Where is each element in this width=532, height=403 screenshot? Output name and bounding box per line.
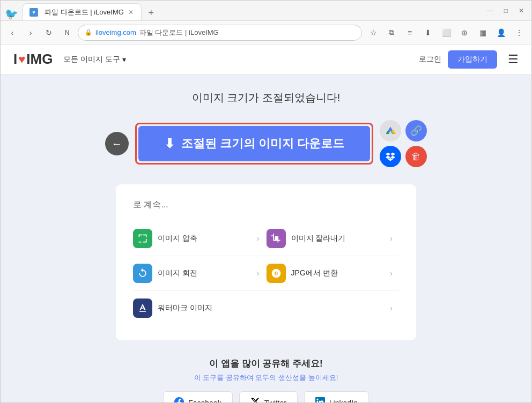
tool-item-convert[interactable]: JPG에서 변환 xyxy=(267,256,390,290)
rotate-tool-label: 이미지 회전 xyxy=(158,268,197,278)
tools-grid: 이미지 압축 › 이미지 잘라내기 › xyxy=(133,221,399,325)
facebook-share-label: Facebook xyxy=(188,399,221,402)
tool-item-rotate[interactable]: 이미지 회전 xyxy=(133,256,257,290)
tool-item-watermark[interactable]: 워터마크 이미지 xyxy=(133,291,390,325)
watermark-tool-icon xyxy=(133,298,152,318)
twitter-share-label: Twitter xyxy=(264,399,286,402)
share-buttons: Facebook Twitter LinkedIn xyxy=(163,391,369,402)
crop-tool-icon xyxy=(267,229,286,248)
minimize-button[interactable]: — xyxy=(484,6,497,16)
bookmark-icon[interactable]: ☆ xyxy=(365,25,381,41)
active-tab[interactable]: 파일 다운로드 | iLoveIMG ✕ xyxy=(23,3,142,20)
zoom-icon[interactable]: ⊕ xyxy=(456,25,472,41)
download-button[interactable]: ⬇ 조절된 크기의 이미지 다운로드 xyxy=(138,126,370,161)
tab-title: 파일 다운로드 | iLoveIMG xyxy=(45,8,124,17)
maximize-button[interactable]: □ xyxy=(501,6,511,16)
toolbar-icons: ☆ ⧉ ≡ ⬇ ⬜ ⊕ ▦ 👤 ⋮ xyxy=(365,25,527,41)
download-btn-label: 조절된 크기의 이미지 다운로드 xyxy=(181,136,344,152)
compress-tool-label: 이미지 압축 xyxy=(158,234,197,243)
tab-area: 🐦 파일 다운로드 | iLoveIMG ✕ + xyxy=(5,1,482,20)
tool-item-compress[interactable]: 이미지 압축 xyxy=(133,221,257,256)
tool-row-3: 워터마크 이미지 › xyxy=(133,291,399,325)
browser-favicon: 🐦 xyxy=(5,8,18,20)
twitter-share-button[interactable]: Twitter xyxy=(239,391,298,402)
reload-button[interactable]: ↻ xyxy=(41,25,56,40)
window-controls: — □ ✕ xyxy=(484,6,527,16)
tab-close-button[interactable]: ✕ xyxy=(127,9,135,16)
app-header: I ♥ IMG 모든 이미지 도구 ▾ 로그인 가입하기 ☰ xyxy=(1,44,531,74)
logo-i: I xyxy=(13,51,17,68)
linkedin-icon xyxy=(315,397,325,402)
compress-chevron-icon: › xyxy=(257,234,266,243)
linkedin-share-button[interactable]: LinkedIn xyxy=(304,391,369,402)
watermark-chevron-icon: › xyxy=(390,304,399,312)
settings-icon[interactable]: ≡ xyxy=(402,25,418,41)
share-title: 이 앱을 많이 공유해 주세요! xyxy=(163,357,369,370)
side-icons: 🔗 🗑 xyxy=(380,120,427,167)
crop-tool-label: 이미지 잘라내기 xyxy=(291,234,346,243)
convert-tool-icon xyxy=(267,264,286,283)
hamburger-menu-icon[interactable]: ☰ xyxy=(508,53,519,66)
header-right: 로그인 가입하기 ☰ xyxy=(419,50,519,69)
tool-row-1: 이미지 압축 › 이미지 잘라내기 › xyxy=(133,221,399,256)
bottom-icon-row: 🗑 xyxy=(380,146,427,167)
tool-row-2: 이미지 회전 › JPG에서 변환 › xyxy=(133,256,399,291)
tools-menu-chevron-icon: ▾ xyxy=(122,55,126,64)
sidebar-icon[interactable]: ▦ xyxy=(475,25,491,41)
url-path: 파일 다운로드 | iLoveIMG xyxy=(139,28,219,38)
title-bar: 🐦 파일 다운로드 | iLoveIMG ✕ + — □ ✕ xyxy=(1,1,531,21)
more-icon[interactable]: ⋮ xyxy=(511,25,527,41)
url-bar[interactable]: 🔒 iloveimg.com 파일 다운로드 | iLoveIMG xyxy=(78,25,362,41)
back-button[interactable]: ← xyxy=(105,132,129,155)
link-copy-icon[interactable]: 🔗 xyxy=(405,120,427,141)
convert-tool-label: JPG에서 변환 xyxy=(291,268,338,278)
continue-card: 로 계속... 이미지 압축 › xyxy=(116,184,416,340)
google-drive-icon[interactable] xyxy=(380,120,401,141)
rotate-tool-icon xyxy=(133,264,152,283)
share-section: 이 앱을 많이 공유해 주세요! 이 도구를 공유하여 모두의 생산성을 높이세… xyxy=(163,357,369,402)
tools-menu-label: 모든 이미지 도구 xyxy=(63,55,120,64)
logo-img: IMG xyxy=(26,51,53,68)
delete-icon[interactable]: 🗑 xyxy=(405,146,427,167)
account-icon[interactable]: 👤 xyxy=(493,25,509,41)
top-icon-row: 🔗 xyxy=(380,120,427,141)
close-button[interactable]: ✕ xyxy=(515,6,527,16)
screen-icon[interactable]: ⬜ xyxy=(438,25,454,41)
address-bar: ‹ › ↻ N 🔒 iloveimg.com 파일 다운로드 | iLoveIM… xyxy=(1,21,531,44)
extensions-icon[interactable]: ⧉ xyxy=(383,25,400,41)
logo-heart-icon: ♥ xyxy=(18,53,25,66)
twitter-icon xyxy=(250,397,260,402)
compress-tool-icon xyxy=(133,229,152,248)
continue-title: 로 계속... xyxy=(133,199,399,211)
download-icon-symbol: ⬇ xyxy=(164,136,175,151)
back-navigation-button[interactable]: ‹ xyxy=(5,25,20,40)
watermark-tool-label: 워터마크 이미지 xyxy=(158,303,212,313)
browser-window: 🐦 파일 다운로드 | iLoveIMG ✕ + — □ ✕ ‹ › ↻ N 🔒… xyxy=(0,0,532,403)
dropbox-icon[interactable] xyxy=(380,146,401,167)
forward-navigation-button[interactable]: › xyxy=(23,25,38,40)
new-tab-button[interactable]: + xyxy=(144,5,159,20)
home-button[interactable]: N xyxy=(60,25,75,40)
logo[interactable]: I ♥ IMG xyxy=(13,51,53,68)
lock-icon: 🔒 xyxy=(85,29,92,36)
action-row: ← ⬇ 조절된 크기의 이미지 다운로드 🔗 xyxy=(105,120,427,167)
tool-item-crop[interactable]: 이미지 잘라내기 xyxy=(267,221,390,256)
signup-button[interactable]: 가입하기 xyxy=(448,50,497,69)
tools-menu[interactable]: 모든 이미지 도구 ▾ xyxy=(63,55,126,64)
main-content: 이미지 크기가 조절되었습니다! ← ⬇ 조절된 크기의 이미지 다운로드 xyxy=(1,74,531,402)
success-title: 이미지 크기가 조절되었습니다! xyxy=(192,91,341,105)
linkedin-share-label: LinkedIn xyxy=(329,399,358,402)
tab-favicon xyxy=(29,8,38,17)
download-btn-wrapper: ⬇ 조절된 크기의 이미지 다운로드 xyxy=(135,123,373,165)
share-subtitle: 이 도구를 공유하여 모두의 생산성을 높이세요! xyxy=(163,373,369,383)
convert-chevron-icon: › xyxy=(390,269,399,278)
facebook-share-button[interactable]: Facebook xyxy=(163,391,232,402)
url-host: iloveimg.com xyxy=(95,28,136,36)
crop-chevron-icon: › xyxy=(390,234,399,243)
facebook-icon xyxy=(174,397,184,402)
login-link[interactable]: 로그인 xyxy=(419,55,441,64)
rotate-chevron-icon: › xyxy=(257,269,266,278)
download-icon[interactable]: ⬇ xyxy=(420,25,436,41)
